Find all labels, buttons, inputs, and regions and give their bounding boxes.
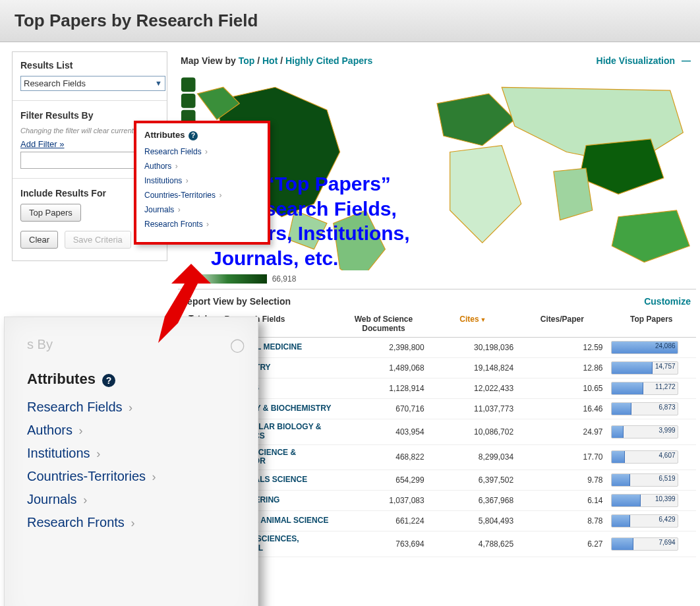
zoom-title: Attributes ? xyxy=(27,371,245,388)
results-list-value: Research Fields xyxy=(24,78,86,88)
row-documents: 670,716 xyxy=(339,399,428,419)
row-cpp: 12.86 xyxy=(517,358,606,379)
chevron-right-icon: › xyxy=(178,205,181,214)
report-view-header: Report View by Selection Customize xyxy=(178,289,696,311)
chevron-down-icon: ▼ xyxy=(155,79,162,87)
chevron-right-icon: › xyxy=(83,493,87,506)
row-cpp: 6.27 xyxy=(517,531,606,557)
attributes-title: Attributes ? xyxy=(144,130,260,140)
row-cites: 5,804,493 xyxy=(428,511,517,531)
filter-results-label: Filter Results By xyxy=(20,110,159,121)
attributes-item[interactable]: Countries-Territories › xyxy=(27,469,245,484)
map-view-link-top[interactable]: Top xyxy=(239,55,255,66)
chevron-right-icon: › xyxy=(96,447,100,460)
chevron-right-icon: › xyxy=(129,401,132,414)
attributes-item[interactable]: Research Fronts › xyxy=(27,515,245,530)
map-view-prefix: Map View by xyxy=(181,55,239,66)
row-documents: 2,398,800 xyxy=(339,338,428,358)
chevron-right-icon: › xyxy=(175,162,178,171)
col-cites[interactable]: Cites▼ xyxy=(428,311,517,338)
chevron-right-icon: › xyxy=(152,470,156,483)
row-top-papers: 7,694 xyxy=(607,531,696,557)
customize-link[interactable]: Customize xyxy=(644,296,691,307)
row-cpp: 16.46 xyxy=(517,399,606,419)
row-documents: 661,224 xyxy=(339,511,428,531)
chevron-right-icon: › xyxy=(131,516,134,530)
map-view-link-highly[interactable]: Highly Cited Papers xyxy=(285,55,372,66)
row-top-papers: 14,757 xyxy=(607,358,696,379)
save-criteria-button[interactable]: Save Criteria xyxy=(65,231,131,249)
row-top-papers: 24,086 xyxy=(607,338,696,358)
row-cites: 10,086,702 xyxy=(428,419,517,445)
row-cites: 30,198,036 xyxy=(428,338,517,358)
attributes-popover: Attributes ? Research Fields ›Authors ›I… xyxy=(134,121,270,245)
page-title: Top Papers by Research Field xyxy=(15,11,685,31)
row-documents: 468,822 xyxy=(339,444,428,470)
map-view-link-hot[interactable]: Hot xyxy=(262,55,277,66)
clear-button[interactable]: Clear xyxy=(20,231,58,249)
attributes-item[interactable]: Authors › xyxy=(27,423,245,438)
minus-icon: — xyxy=(682,55,691,66)
results-list-select[interactable]: Research Fields ▼ xyxy=(20,76,165,91)
row-top-papers: 11,272 xyxy=(607,379,696,399)
results-list-label: Results List xyxy=(20,60,159,71)
row-top-papers: 3,999 xyxy=(607,419,696,445)
row-cites: 6,367,968 xyxy=(428,491,517,511)
attributes-zoom-panel: s By ◯ Attributes ? Research Fields ›Aut… xyxy=(4,317,258,606)
row-cites: 6,397,502 xyxy=(428,470,517,491)
red-arrow-annotation xyxy=(152,264,211,343)
row-documents: 1,128,914 xyxy=(339,379,428,399)
chevron-right-icon: › xyxy=(219,191,221,200)
row-cites: 11,037,773 xyxy=(428,399,517,419)
attributes-item[interactable]: Journals › xyxy=(27,492,245,507)
hide-visualization-link[interactable]: Hide Visualization xyxy=(597,55,676,66)
row-top-papers: 6,429 xyxy=(607,511,696,531)
col-cites-per-paper[interactable]: Cites/Paper xyxy=(517,311,606,338)
row-cites: 4,788,625 xyxy=(428,531,517,557)
row-cpp: 9.78 xyxy=(517,470,606,491)
row-cpp: 6.14 xyxy=(517,491,606,511)
row-top-papers: 10,399 xyxy=(607,491,696,511)
row-cpp: 12.59 xyxy=(517,338,606,358)
row-cpp: 24.97 xyxy=(517,419,606,445)
legend-max: 66,918 xyxy=(272,274,297,284)
zoom-faded-top: s By xyxy=(27,337,53,351)
row-cites: 8,299,034 xyxy=(428,444,517,470)
attributes-item[interactable]: Countries-Territories › xyxy=(144,191,260,200)
row-cites: 12,022,433 xyxy=(428,379,517,399)
col-documents[interactable]: Web of Science Documents xyxy=(339,311,428,338)
help-icon-faded: ◯ xyxy=(230,337,245,353)
attributes-item[interactable]: Research Fields › xyxy=(27,400,245,415)
page-header: Top Papers by Research Field xyxy=(0,0,700,42)
attributes-item[interactable]: Research Fields › xyxy=(144,147,260,156)
row-documents: 654,299 xyxy=(339,470,428,491)
svg-rect-1 xyxy=(181,94,196,108)
chevron-right-icon: › xyxy=(206,220,209,229)
row-documents: 403,954 xyxy=(339,419,428,445)
map-legend: 0 66,918 xyxy=(178,274,696,284)
attributes-item[interactable]: Institutions › xyxy=(144,176,260,185)
chevron-right-icon: › xyxy=(78,424,82,437)
help-icon[interactable]: ? xyxy=(189,131,198,140)
row-cpp: 10.65 xyxy=(517,379,606,399)
attributes-item[interactable]: Authors › xyxy=(144,162,260,171)
add-filter-link[interactable]: Add Filter » xyxy=(20,139,64,149)
chevron-right-icon: › xyxy=(186,176,189,185)
map-view-header: Map View by Top / Hot / Highly Cited Pap… xyxy=(178,51,696,73)
row-top-papers: 4,607 xyxy=(607,444,696,470)
row-top-papers: 6,873 xyxy=(607,399,696,419)
row-cites: 19,148,824 xyxy=(428,358,517,379)
row-documents: 1,489,068 xyxy=(339,358,428,379)
row-top-papers: 6,519 xyxy=(607,470,696,491)
attributes-item[interactable]: Journals › xyxy=(144,205,260,214)
attributes-item[interactable]: Research Fronts › xyxy=(144,220,260,229)
col-top-papers[interactable]: Top Papers xyxy=(607,311,696,338)
row-documents: 1,037,083 xyxy=(339,491,428,511)
row-cpp: 8.78 xyxy=(517,511,606,531)
chevron-right-icon: › xyxy=(205,147,208,156)
attributes-item[interactable]: Institutions › xyxy=(27,446,245,461)
sort-desc-icon: ▼ xyxy=(481,317,486,323)
help-icon[interactable]: ? xyxy=(102,374,115,387)
include-top-papers-button[interactable]: Top Papers xyxy=(20,204,81,222)
svg-marker-4 xyxy=(158,264,211,343)
